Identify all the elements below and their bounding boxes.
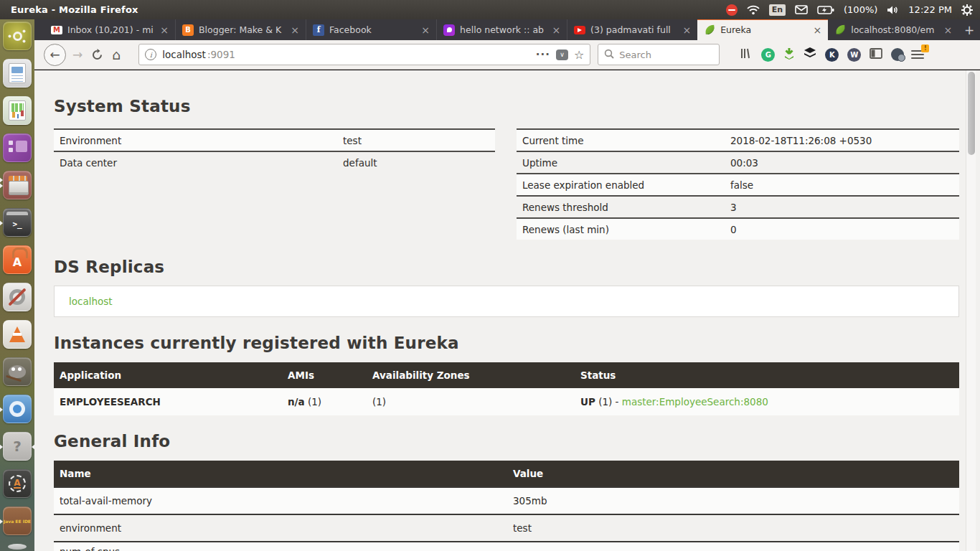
ubuntu-dash-icon[interactable] xyxy=(3,22,32,50)
instance-zones: (1) xyxy=(367,396,575,408)
new-tab-button[interactable]: + xyxy=(958,19,980,40)
tab-close-icon[interactable]: × xyxy=(681,25,692,35)
libreoffice-writer-icon[interactable] xyxy=(3,59,32,88)
vlc-icon[interactable] xyxy=(3,320,32,349)
running-pip xyxy=(0,519,3,524)
instance-status-link[interactable]: master:EmployeeSearch:8080 xyxy=(622,396,768,408)
library-icon[interactable] xyxy=(740,47,753,62)
row-name: environment xyxy=(54,522,507,534)
software-center-icon[interactable]: A xyxy=(3,245,32,274)
general-info-title: General Info xyxy=(54,431,959,451)
libreoffice-calc-icon[interactable] xyxy=(3,96,32,125)
search-icon xyxy=(604,48,614,62)
search-input[interactable] xyxy=(619,50,698,60)
gmail-favicon: M xyxy=(51,26,62,34)
wappalyzer-icon[interactable]: W xyxy=(847,48,861,62)
tab-gmail[interactable]: M Inbox (10,201) - mi × xyxy=(44,19,175,40)
mail-icon[interactable] xyxy=(795,5,808,14)
unknown-window-icon[interactable]: ? xyxy=(3,432,32,461)
scrollbar-thumb[interactable] xyxy=(968,72,975,155)
archive-manager-icon[interactable] xyxy=(3,171,32,199)
layers-icon[interactable] xyxy=(804,47,816,62)
tab-close-icon[interactable]: × xyxy=(159,25,170,35)
row-value: false xyxy=(725,179,959,191)
trash-icon[interactable] xyxy=(8,544,27,550)
tab-localhost-8080[interactable]: localhost:8080/em × xyxy=(828,19,958,40)
running-pip xyxy=(0,220,3,226)
site-info-icon[interactable]: i xyxy=(145,49,156,60)
hello-network-favicon xyxy=(443,24,455,36)
battery-icon[interactable] xyxy=(817,6,834,14)
row-key: Lease expiration enabled xyxy=(517,179,725,191)
libreoffice-impress-icon[interactable] xyxy=(3,133,32,162)
firefox-window: M Inbox (10,201) - mi × B Blogger: Make … xyxy=(34,19,980,551)
running-pip xyxy=(0,444,3,450)
row-value: test xyxy=(337,135,495,146)
bookmark-star-icon[interactable]: ☆ xyxy=(574,48,584,62)
table-row: Renews threshold 3 xyxy=(517,195,959,217)
row-name: num-of-cpus xyxy=(54,542,507,551)
tab-blogger[interactable]: B Blogger: Make & K × xyxy=(175,19,306,40)
do-not-disturb-icon[interactable] xyxy=(726,4,738,16)
replica-link[interactable]: localhost xyxy=(69,296,113,307)
battery-percentage: (100%) xyxy=(844,4,877,15)
system-status-left-table: Environment test Data center default xyxy=(54,128,495,240)
forward-button[interactable]: → xyxy=(72,47,83,62)
tab-eureka-active[interactable]: Eureka × xyxy=(697,19,828,40)
table-row: total-avail-memory 305mb xyxy=(54,486,959,514)
ds-replicas-panel: localhost xyxy=(54,286,959,317)
tab-close-icon[interactable]: × xyxy=(942,25,953,35)
tab-close-icon[interactable]: × xyxy=(550,25,562,35)
session-gear-icon[interactable] xyxy=(961,4,973,16)
menu-button[interactable]: ! xyxy=(911,50,924,60)
home-button[interactable]: ⌂ xyxy=(112,47,121,62)
tab-close-icon[interactable]: × xyxy=(420,25,431,35)
tab-facebook[interactable]: f Facebook × xyxy=(306,19,436,40)
row-value: default xyxy=(337,157,495,169)
gimp-icon[interactable] xyxy=(3,357,32,386)
tab-close-icon[interactable]: × xyxy=(289,25,301,35)
system-status-title: System Status xyxy=(54,70,959,116)
tab-youtube[interactable]: (3) padmavati full × xyxy=(567,19,697,40)
java-ee-ide-icon[interactable]: Java EE IDE xyxy=(3,507,32,535)
volume-icon[interactable] xyxy=(887,5,899,15)
terminal-icon[interactable]: >_ xyxy=(3,208,32,237)
row-key: Renews (last min) xyxy=(517,224,725,235)
instance-status: UP (1) - master:EmployeeSearch:8080 xyxy=(575,396,959,408)
window-title: Eureka - Mozilla Firefox xyxy=(0,4,138,15)
system-settings-icon[interactable] xyxy=(3,283,32,311)
keepa-icon[interactable]: K xyxy=(825,48,839,62)
ghostery-icon[interactable] xyxy=(891,48,904,61)
tab-hello-network[interactable]: hello network :: ab × xyxy=(436,19,567,40)
tab-strip: M Inbox (10,201) - mi × B Blogger: Make … xyxy=(34,19,980,40)
chromium-icon[interactable] xyxy=(3,395,32,423)
url-host: localhost xyxy=(162,49,206,60)
blogger-favicon: B xyxy=(182,24,194,36)
row-key: Current time xyxy=(517,135,725,146)
url-port: :9091 xyxy=(207,49,235,60)
address-bar[interactable]: i localhost:9091 ··· ∨ ☆ xyxy=(138,44,590,65)
page-actions-icon[interactable]: ··· xyxy=(536,48,550,61)
instances-table-header: Application AMIs Availability Zones Stat… xyxy=(54,362,959,388)
page-scrollbar[interactable] xyxy=(966,70,976,551)
back-button[interactable]: ← xyxy=(44,44,66,66)
system-tray: En (100%) 12:22 PM xyxy=(726,4,980,16)
pocket-icon[interactable]: ∨ xyxy=(556,50,568,60)
wifi-icon[interactable] xyxy=(747,5,760,15)
sidebar-toggle-icon[interactable] xyxy=(870,48,882,62)
instances-table: Application AMIs Availability Zones Stat… xyxy=(54,362,959,415)
video-downloader-icon[interactable] xyxy=(783,47,795,62)
search-bar[interactable] xyxy=(598,44,720,65)
software-updater-icon[interactable]: A xyxy=(3,469,32,498)
col-application: Application xyxy=(54,369,282,381)
youtube-favicon xyxy=(574,26,585,34)
row-value: 0 xyxy=(725,224,959,235)
row-key: Environment xyxy=(54,135,337,146)
reload-button[interactable] xyxy=(91,49,103,61)
grammarly-icon[interactable]: G xyxy=(761,48,775,62)
row-key: Uptime xyxy=(517,157,725,169)
clock[interactable]: 12:22 PM xyxy=(908,4,952,15)
keyboard-layout-indicator[interactable]: En xyxy=(769,4,786,16)
system-status-right-table: Current time 2018-02-18T11:26:08 +0530 U… xyxy=(517,128,959,240)
tab-close-icon[interactable]: × xyxy=(811,25,823,35)
